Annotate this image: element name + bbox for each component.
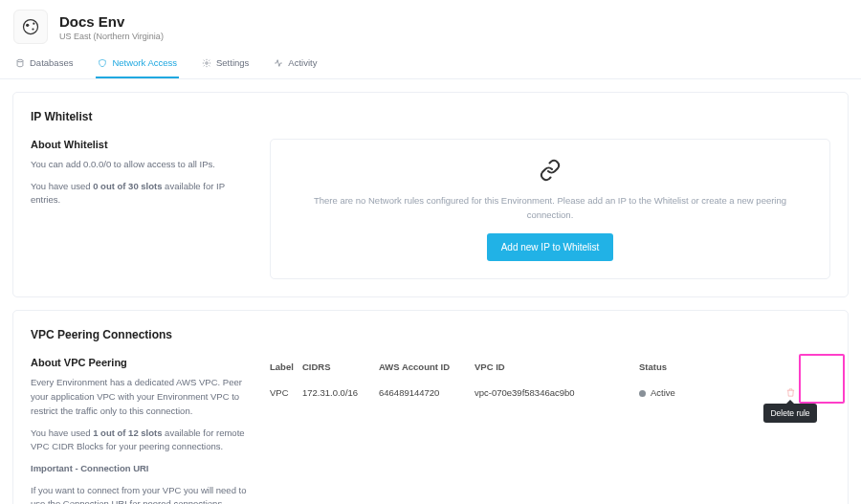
svg-point-5 — [206, 61, 209, 64]
tab-settings[interactable]: Settings — [200, 50, 251, 78]
about-title: About Whitelist — [31, 139, 253, 150]
col-label: Label — [270, 362, 302, 372]
tab-databases[interactable]: Databases — [13, 50, 75, 78]
delete-rule-button[interactable] — [784, 386, 797, 400]
env-region: US East (Northern Virginia) — [59, 32, 164, 41]
table-row: VPC 172.31.0.0/16 646489144720 vpc-070e3… — [270, 377, 830, 403]
about-usage: You have used 1 out of 12 slots availabl… — [31, 427, 253, 454]
page-header: Docs Env US East (Northern Virginia) — [0, 0, 861, 50]
about-title: About VPC Peering — [31, 357, 253, 368]
tab-label: Databases — [30, 57, 73, 68]
about-usage: You have used 0 out of 30 slots availabl… — [31, 180, 253, 208]
col-cidrs: CIDRS — [302, 362, 379, 372]
whitelist-empty-state: There are no Network rules configured fo… — [270, 139, 830, 279]
tab-activity[interactable]: Activity — [272, 50, 319, 78]
svg-point-1 — [26, 24, 29, 27]
whitelist-about: About Whitelist You can add 0.0.0/0 to a… — [31, 139, 253, 279]
important-title: Important - Connection URI — [31, 462, 253, 476]
about-text: Every Environment has a dedicated AWS VP… — [31, 376, 253, 418]
env-title: Docs Env — [59, 13, 164, 30]
tab-label: Network Access — [112, 57, 177, 68]
database-icon — [15, 58, 25, 68]
cell-cidrs: 172.31.0.0/16 — [302, 387, 379, 398]
empty-message: There are no Network rules configured fo… — [284, 193, 816, 222]
tab-label: Activity — [288, 57, 317, 68]
tab-network-access[interactable]: Network Access — [96, 50, 179, 78]
delete-tooltip: Delete rule — [763, 404, 816, 423]
section-title: VPC Peering Connections — [31, 328, 830, 341]
globe-icon — [21, 17, 40, 36]
activity-icon — [274, 58, 283, 68]
peering-about: About VPC Peering Every Environment has … — [31, 357, 253, 504]
about-text: You can add 0.0.0/0 to allow access to a… — [31, 158, 253, 172]
gear-icon — [202, 58, 211, 68]
important-text: If you want to connect from your VPC you… — [31, 484, 253, 504]
vpc-peering-card: VPC Peering Connections About VPC Peerin… — [12, 310, 849, 504]
shield-icon — [98, 58, 107, 68]
env-avatar — [13, 10, 48, 44]
trash-icon — [785, 387, 796, 398]
link-icon — [284, 159, 816, 185]
cell-aws: 646489144720 — [379, 387, 475, 398]
ip-whitelist-card: IP Whitelist About Whitelist You can add… — [12, 92, 849, 297]
col-vpc: VPC ID — [475, 362, 639, 372]
cell-status: Active — [639, 387, 710, 398]
table-header: Label CIDRS AWS Account ID VPC ID Status — [270, 357, 830, 377]
section-title: IP Whitelist — [31, 110, 830, 123]
col-status: Status — [639, 362, 710, 372]
add-ip-button[interactable]: Add new IP to Whitelist — [487, 233, 614, 261]
col-aws: AWS Account ID — [379, 362, 475, 372]
tab-label: Settings — [216, 57, 249, 68]
status-dot-icon — [639, 390, 646, 397]
svg-point-3 — [32, 28, 33, 30]
svg-point-0 — [24, 20, 38, 34]
cell-label: VPC — [270, 387, 302, 398]
cell-vpc: vpc-070e39f58346ac9b0 — [475, 387, 639, 398]
peering-table: Label CIDRS AWS Account ID VPC ID Status… — [270, 357, 830, 504]
svg-point-2 — [33, 23, 34, 25]
svg-point-4 — [17, 59, 23, 62]
tabs-bar: Databases Network Access Settings Activi… — [0, 50, 861, 79]
